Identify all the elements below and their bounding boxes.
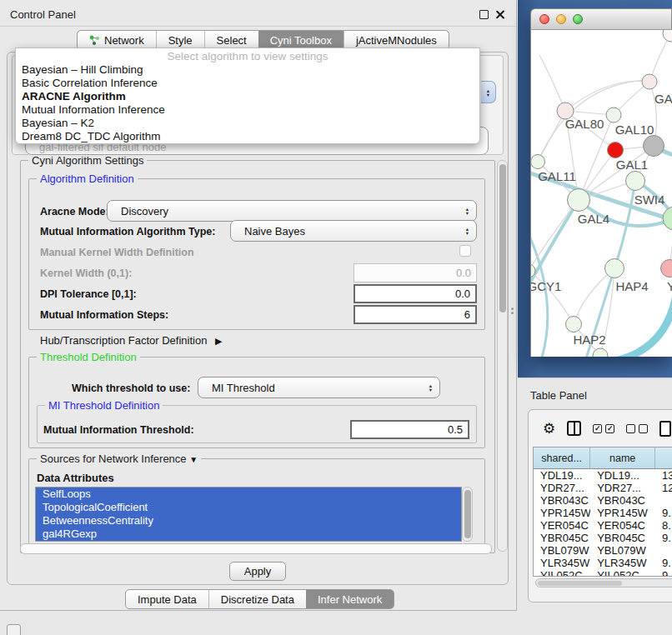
table-cell: YER054C [590,519,655,532]
spinner-arrows-icon[interactable]: ▴▾ [481,81,496,103]
algorithm-option[interactable]: Bayesian – Hill Climbing [16,63,479,77]
column-layout-icon[interactable] [567,421,581,436]
select-all-icon[interactable]: ✓✓ [593,424,614,433]
tab-network[interactable]: Network [78,31,156,49]
table-row[interactable]: YLR345WYLR345W9. [534,557,672,569]
group-title: MI Threshold Definition [45,399,163,412]
tab-select[interactable]: Select [204,31,258,49]
tab-infer-network[interactable]: Infer Network [306,590,394,608]
column-header[interactable] [655,448,672,469]
network-node[interactable] [663,207,672,230]
spinner-arrows-icon: ▴▾ [429,383,432,392]
network-edge[interactable] [539,55,565,111]
network-edge[interactable] [531,200,579,290]
network-node[interactable] [606,108,621,122]
algorithm-option[interactable]: ARACNE Algorithm [16,90,479,103]
gear-icon[interactable]: ⚙ [543,420,555,438]
tab-jactivemnodules[interactable]: jActiveMNodules [344,31,449,49]
network-edge[interactable] [574,268,614,324]
node-label: GAL4 [578,212,609,226]
network-node[interactable] [568,189,590,212]
table-cell: YDL19... [534,469,590,482]
panel-title: Control Panel [10,8,76,21]
table-cell: 9 [655,569,672,576]
tab-label: Select [217,34,247,47]
network-node[interactable] [661,260,672,278]
table-row[interactable]: YER054CYER054C8. [534,519,672,532]
network-node[interactable] [605,259,624,278]
data-attributes-list[interactable]: SelfLoopsTopologicalCoefficientBetweenne… [35,487,462,542]
scrollbar-thumb[interactable] [538,581,622,586]
attribute-item[interactable]: TopologicalCoefficient [36,501,461,514]
control-panel-titlebar: Control Panel [0,3,516,27]
table-row[interactable]: YDL19...YDL19...13 [534,469,672,482]
network-node[interactable] [642,74,657,89]
table-row[interactable]: YBR045CYBR045C9. [534,532,672,544]
attribute-item[interactable]: SelfLoops [36,488,461,501]
network-node[interactable] [644,136,664,157]
scrollbar-thumb[interactable] [499,164,506,312]
table-cell: YBL079W [534,544,590,557]
tab-discretize-data[interactable]: Discretize Data [208,590,306,608]
node-label: GAL11 [538,169,576,183]
network-edge[interactable] [618,295,672,357]
tab-style[interactable]: Style [156,31,204,49]
attribute-item[interactable]: gal4RGexp [36,528,461,541]
network-node[interactable] [566,317,582,332]
float-window-icon[interactable] [479,10,489,19]
scrollbar-thumb[interactable] [464,490,471,538]
sources-toggle[interactable]: Sources for Network Inference ▼ [37,452,201,465]
table-row[interactable]: YDR27...YDR27...12 [534,482,672,494]
tab-label: Impute Data [138,593,197,606]
node-label: GAL [654,92,672,106]
table-cell: YLR345W [534,557,590,569]
tab-label: Network [104,34,144,47]
table-horizontal-scrollbar[interactable] [535,578,672,588]
column-header[interactable]: name [590,448,655,469]
table-row[interactable]: YBR043CYBR043C [534,494,672,507]
apply-button[interactable]: Apply [229,562,286,581]
mi-algorithm-type-combo[interactable]: Naive Bayes ▴▾ [230,220,477,242]
close-window-icon[interactable] [539,14,549,24]
panel-splitter-handle[interactable] [510,305,514,317]
table-toolbar: ⚙ ✓✓ [529,410,672,447]
hub-definition-toggle[interactable]: Hub/Transcription Factor Definition ▶ [40,334,222,347]
hub-definition-label: Hub/Transcription Factor Definition [40,334,207,347]
attributes-scrollbar[interactable] [462,487,473,542]
close-icon[interactable] [495,10,504,19]
algorithm-option[interactable]: Bayesian – K2 [16,117,479,130]
settings-horizontal-scrollbar[interactable] [20,543,492,554]
tab-impute-data[interactable]: Impute Data [126,590,208,608]
table-cell: YDR27... [534,482,590,494]
attribute-item[interactable]: BetweennessCentrality [36,514,461,528]
kernel-width-input[interactable] [354,263,477,282]
deselect-all-icon[interactable] [626,424,648,433]
minimized-panel-icon[interactable] [7,624,21,635]
export-table-icon[interactable] [659,421,671,437]
mi-steps-input[interactable] [354,305,477,324]
dpi-tolerance-input[interactable] [354,284,477,303]
table-panel-region: Table Panel ⚙ ✓✓ shared...name YDL19...Y… [518,378,672,635]
algorithm-option[interactable]: Basic Correlation Inference [16,77,479,90]
manual-kernel-checkbox[interactable] [459,245,471,257]
aracne-mode-combo[interactable]: Discovery ▴▾ [107,200,477,222]
network-canvas[interactable]: GAL80GAL10GALGAL11GAL1GAL4SWI4GCY1HAP4YH… [530,30,672,357]
mi-threshold-input[interactable] [350,420,469,439]
network-window-titlebar[interactable] [530,8,672,30]
column-header[interactable]: shared... [534,448,590,469]
zoom-window-icon[interactable] [573,14,583,24]
tab-cyni-toolbox[interactable]: Cyni Toolbox [258,31,344,49]
table-row[interactable]: YIL052CYIL052C9 [534,569,672,576]
minimize-window-icon[interactable] [556,14,566,24]
which-threshold-combo[interactable]: MI Threshold ▴▾ [198,377,440,398]
settings-scrollbar[interactable] [497,160,508,552]
network-node[interactable] [626,172,645,191]
network-node[interactable] [608,142,624,158]
network-node[interactable] [663,30,672,42]
algorithm-dropdown-popup: Select algorithm to view settings Bayesi… [15,48,480,144]
network-node[interactable] [531,155,545,169]
table-row[interactable]: YPR145WYPR145W9. [534,507,672,519]
algorithm-option[interactable]: Dream8 DC_TDC Algorithm [16,130,479,143]
table-row[interactable]: YBL079WYBL079W [534,544,672,557]
algorithm-option[interactable]: Mutual Information Inference [16,103,479,117]
